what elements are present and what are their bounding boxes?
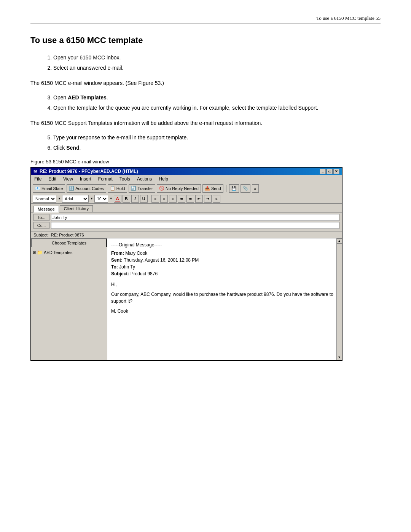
body-subject-line: Subject: Product 9876: [111, 270, 338, 277]
from-line: From: Mary Cook: [111, 250, 338, 257]
minimize-button[interactable]: _: [320, 169, 326, 174]
more-button[interactable]: »: [252, 184, 259, 193]
email-state-icon: 📧: [35, 186, 40, 191]
page-header-text: To use a 6150 MCC template 55: [316, 15, 381, 21]
scroll-up-arrow[interactable]: ▲: [337, 238, 342, 244]
size-dropdown-arrow: ▼: [110, 197, 113, 200]
body-to-label: To:: [111, 264, 118, 270]
indent-decrease-button[interactable]: ⇤: [195, 195, 203, 203]
format-more-button[interactable]: »: [213, 195, 220, 203]
italic-button[interactable]: I: [131, 195, 139, 203]
transfer-icon: 🔄: [131, 186, 136, 191]
font-color-button[interactable]: A: [114, 195, 121, 203]
no-reply-label: No Reply Needed: [166, 186, 199, 191]
subject-label: Subject:: [33, 233, 49, 237]
send-icon: 📤: [205, 186, 210, 191]
menu-file[interactable]: File: [33, 176, 43, 182]
body-to-value: John Ty: [119, 264, 135, 270]
menu-format[interactable]: Format: [97, 176, 114, 182]
menu-tools[interactable]: Tools: [118, 176, 132, 182]
no-reply-button[interactable]: 🚫 No Reply Needed: [157, 184, 201, 193]
paragraph1: The 6150 MCC e-mail window appears. (See…: [30, 79, 381, 87]
bullet-list-button[interactable]: ≔: [178, 195, 185, 203]
font-select[interactable]: Arial: [62, 195, 89, 203]
save-icon: 💾: [231, 186, 237, 191]
send-label: Send: [211, 186, 221, 191]
hold-icon: 📋: [110, 186, 115, 191]
email-body-text: Our company, ABC Company, would like to …: [111, 291, 338, 305]
cc-input[interactable]: [51, 222, 339, 229]
menu-bar: File Edit View Insert Format Tools Actio…: [31, 175, 342, 183]
account-codes-button[interactable]: 🔢 Account Codes: [67, 184, 106, 193]
tab-client-history[interactable]: Client History: [60, 205, 93, 212]
sent-line: Sent: Thursday, August 16, 2001 12:08 PM: [111, 257, 338, 264]
menu-help[interactable]: Help: [157, 176, 170, 182]
scrollbar[interactable]: ▲ ▼: [336, 238, 342, 360]
menu-view[interactable]: View: [62, 176, 75, 182]
body-subject-label: Subject:: [111, 271, 129, 276]
choose-templates-button[interactable]: Choose Templates: [31, 238, 107, 247]
hold-label: Hold: [116, 186, 125, 191]
size-select[interactable]: 10: [94, 195, 108, 203]
window-title: RE: Product 9876 - PFCyberAED.ACD (HTML): [40, 169, 138, 174]
align-right-button[interactable]: ≡: [169, 195, 177, 203]
attach-button[interactable]: 📎: [241, 184, 250, 193]
title-bar-left: ✉ RE: Product 9876 - PFCyberAED.ACD (HTM…: [33, 169, 138, 174]
align-left-button[interactable]: ≡: [151, 195, 159, 203]
numbered-list-button[interactable]: ≔: [186, 195, 194, 203]
indent-increase-button[interactable]: ⇥: [204, 195, 212, 203]
step-1: Open your 6150 MCC inbox.: [53, 53, 381, 62]
title-bar-controls[interactable]: _ ▭ ✕: [320, 169, 339, 174]
menu-edit[interactable]: Edit: [47, 176, 58, 182]
attach-icon: 📎: [243, 186, 248, 191]
step-6: Click Send.: [53, 143, 381, 153]
page-header: To use a 6150 MCC template 55: [30, 15, 381, 24]
style-select[interactable]: Normal: [33, 195, 56, 203]
send-button[interactable]: 📤 Send: [202, 184, 223, 193]
from-value: Mary Cook: [125, 251, 147, 256]
close-button[interactable]: ✕: [333, 169, 339, 174]
email-window-frame: ✉ RE: Product 9876 - PFCyberAED.ACD (HTM…: [30, 167, 342, 361]
steps-group1: Open your 6150 MCC inbox. Select an unan…: [53, 53, 381, 73]
step-5: Type your response to the e-mail in the …: [53, 133, 381, 142]
menu-actions[interactable]: Actions: [135, 176, 153, 182]
hold-button[interactable]: 📋 Hold: [108, 184, 127, 193]
menu-insert[interactable]: Insert: [78, 176, 93, 182]
email-state-label: Email State: [41, 186, 63, 191]
transfer-button[interactable]: 🔄 Transfer: [129, 184, 155, 193]
cc-button[interactable]: Cc...: [33, 222, 49, 229]
figure-caption: Figure 53 6150 MCC e-mail window: [30, 159, 381, 165]
email-fields: To... Cc...: [31, 212, 342, 232]
email-icon: ✉: [33, 169, 37, 174]
align-center-button[interactable]: ≡: [160, 195, 168, 203]
aed-templates-item[interactable]: ⊞ 📁 AED Templates: [33, 249, 105, 256]
scroll-down-arrow[interactable]: ▼: [337, 355, 342, 360]
greeting: Hi,: [111, 281, 338, 288]
to-button[interactable]: To...: [33, 214, 49, 221]
account-codes-label: Account Codes: [75, 186, 104, 191]
no-reply-icon: 🚫: [159, 186, 164, 191]
tab-message[interactable]: Message: [33, 206, 59, 212]
tabs-bar: Message Client History: [31, 204, 342, 212]
original-message-line: -----Original Message-----: [111, 241, 338, 248]
email-content: -----Original Message----- From: Mary Co…: [111, 241, 338, 315]
paragraph2: The 6150 MCC Support Templates informati…: [30, 119, 381, 127]
subject-row: Subject: RE: Product 9876: [31, 232, 342, 238]
template-tree: ⊞ 📁 AED Templates: [31, 247, 107, 258]
main-heading: To use a 6150 MCC template: [30, 35, 381, 45]
restore-button[interactable]: ▭: [327, 169, 333, 174]
save-button[interactable]: 💾: [229, 184, 239, 193]
tree-expand-icon: ⊞: [33, 250, 36, 254]
right-panel: -----Original Message----- From: Mary Co…: [107, 238, 342, 360]
body-area: Choose Templates ⊞ 📁 AED Templates -----…: [31, 238, 342, 360]
underline-button[interactable]: U: [140, 195, 148, 203]
email-window: ✉ RE: Product 9876 - PFCyberAED.ACD (HTM…: [30, 167, 381, 361]
transfer-label: Transfer: [137, 186, 153, 191]
to-input[interactable]: [51, 214, 339, 221]
email-state-button[interactable]: 📧 Email State: [33, 184, 65, 193]
body-subject-value: Product 9876: [131, 271, 158, 276]
subject-value: RE: Product 9876: [51, 233, 339, 237]
bold-button[interactable]: B: [123, 195, 130, 203]
main-toolbar: 📧 Email State 🔢 Account Codes 📋 Hold 🔄 T…: [31, 183, 342, 194]
cc-row: Cc...: [33, 222, 339, 229]
